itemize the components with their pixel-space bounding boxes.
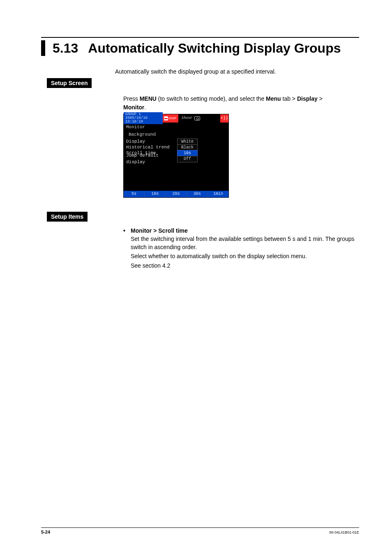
setup-screen-content: Press MENU (to switch to setting mode), … xyxy=(123,95,359,197)
setup-item-p2: Select whether to automatically switch o… xyxy=(131,252,359,260)
txt: tab > xyxy=(281,95,297,102)
device-datetime: 2005/10/10 10:10:10 xyxy=(125,116,161,124)
menu-tab-word: Menu xyxy=(266,95,281,102)
txt: Press xyxy=(123,95,140,102)
section-title: Automatically Switching Display Groups xyxy=(88,40,341,56)
bullet-dot: • xyxy=(123,227,127,234)
txt: . xyxy=(144,104,146,111)
setup-items-label: Setup Items xyxy=(47,212,88,222)
heading-bar xyxy=(41,40,45,56)
device-category: Background xyxy=(124,132,228,139)
device-row: Historical trend Black xyxy=(124,145,228,150)
setup-item-p1: Set the switching interval from the avai… xyxy=(131,235,359,252)
section-heading: 5.13 Automatically Switching Display Gro… xyxy=(41,40,359,56)
disp-label: DISP xyxy=(169,116,177,121)
setup-item-p3: See section 4.2 xyxy=(131,261,359,270)
top-rule xyxy=(41,37,359,38)
device-option: 10s xyxy=(145,191,166,197)
time-label: 1hour xyxy=(181,116,192,121)
device-row: Jump default display Off xyxy=(124,156,228,162)
display-word: Display xyxy=(297,95,318,102)
device-gap xyxy=(124,162,228,191)
menu-word: MENU xyxy=(140,95,157,102)
device-bottom-options: 5s 10s 20s 30s 1min xyxy=(124,191,228,197)
device-option: 30s xyxy=(187,191,208,197)
camera-icon xyxy=(194,116,200,120)
device-group-datetime: GROUP 1 2005/10/10 10:10:10 xyxy=(124,112,163,124)
device-titlebar: GROUP 1 2005/10/10 10:10:10 DISP 1hour •… xyxy=(124,114,228,123)
page-number: 5-24 xyxy=(41,530,50,534)
device-option: 20s xyxy=(166,191,187,197)
device-row-value: Off xyxy=(177,156,198,163)
doc-id: IM 04L41B01-01E xyxy=(329,530,359,534)
device-option: 1min xyxy=(208,191,228,197)
monitor-word: Monitor xyxy=(123,104,144,111)
device-row: Display White xyxy=(124,139,228,145)
device-row-label: Jump default display xyxy=(124,153,177,166)
device-option: 5s xyxy=(124,191,145,197)
device-screenshot: GROUP 1 2005/10/10 10:10:10 DISP 1hour •… xyxy=(123,114,229,198)
page-footer: 5-24 IM 04L41B01-01E xyxy=(41,527,359,534)
device-spacer xyxy=(203,114,220,123)
txt: (to switch to setting mode), and select … xyxy=(157,95,266,102)
section-number: 5.13 xyxy=(53,40,78,56)
setup-screen-instruction: Press MENU (to switch to setting mode), … xyxy=(123,95,359,111)
device-time-badge: 1hour xyxy=(178,114,203,123)
setup-item-heading: Monitor > Scroll time xyxy=(131,227,188,234)
device-menu-title: Monitor xyxy=(124,123,228,132)
device-disp-badge: DISP xyxy=(163,114,178,123)
disp-icon xyxy=(164,116,168,120)
setup-item-bullet: • Monitor > Scroll time xyxy=(123,227,359,234)
txt: > xyxy=(318,95,323,102)
setup-screen-label: Setup Screen xyxy=(47,78,92,88)
sound-icon: •)) xyxy=(220,114,228,123)
intro-text: Automatically switch the displayed group… xyxy=(115,68,359,75)
